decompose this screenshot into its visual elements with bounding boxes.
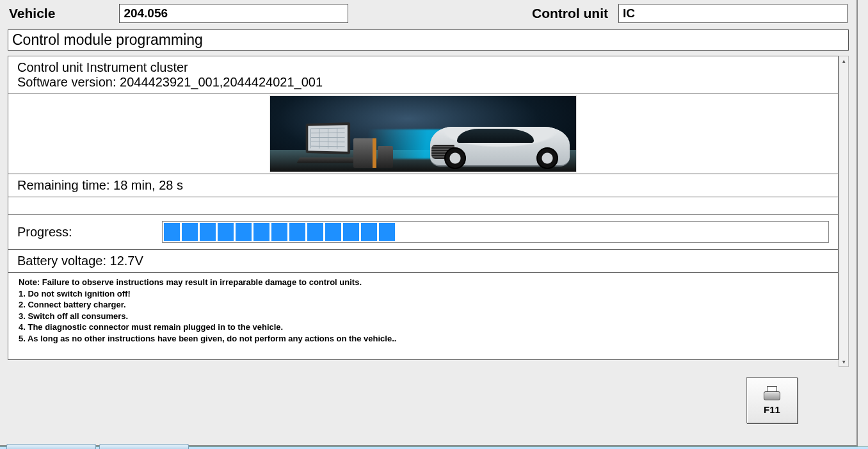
note-item: 5. As long as no other instructions have… (19, 333, 828, 345)
interface-box2-icon (378, 146, 393, 168)
progress-segment (271, 223, 287, 241)
content-area: Control unit Instrument cluster Software… (8, 56, 849, 367)
note-intro: Failure to observe instructions may resu… (40, 277, 362, 287)
control-unit-input[interactable] (618, 4, 848, 23)
empty-section (8, 197, 839, 215)
interface-box-icon (353, 138, 374, 168)
function-key-area: F11 (746, 377, 798, 429)
control-unit-label: Control unit (532, 6, 608, 21)
progress-segment (361, 223, 377, 241)
note-item: 1. Do not switch ignition off! (19, 288, 828, 300)
vehicle-label: Vehicle (9, 6, 55, 21)
taskbar-tab-2[interactable] (99, 444, 189, 449)
f11-label: F11 (764, 404, 780, 415)
progress-segment (218, 223, 234, 241)
progress-segment (164, 223, 180, 241)
note-item: 4. The diagnostic connector must remain … (19, 322, 828, 333)
notes-list: 1. Do not switch ignition off!2. Connect… (19, 288, 828, 345)
header-row: Vehicle Control unit (0, 0, 856, 27)
progress-segment (236, 223, 252, 241)
battery-voltage: Battery voltage: 12.7V (8, 249, 839, 273)
notes-section: Note: Failure to observe instructions ma… (8, 272, 839, 360)
scroll-down-icon[interactable]: ▾ (839, 357, 848, 366)
scroll-up-icon[interactable]: ▴ (839, 56, 848, 65)
car-icon (430, 127, 570, 167)
notes-intro-line: Note: Failure to observe instructions ma… (19, 277, 828, 288)
app-panel: Vehicle Control unit Control module prog… (0, 0, 858, 446)
progress-segment (253, 223, 269, 241)
note-item: 3. Switch off all consumers. (19, 311, 828, 322)
page-title: Control module programming (8, 29, 849, 51)
note-item: 2. Connect battery charger. (19, 299, 828, 311)
progress-bar (162, 221, 829, 243)
progress-segment (182, 223, 198, 241)
note-title: Note: (19, 277, 40, 287)
content-inner: Control unit Instrument cluster Software… (8, 56, 839, 367)
scrollbar[interactable]: ▴ ▾ (839, 56, 849, 367)
progress-segment (200, 223, 216, 241)
laptop-icon (298, 123, 356, 165)
image-section (8, 94, 839, 174)
printer-icon (762, 386, 782, 402)
info-line-2: Software version: 2044423921_001,2044424… (17, 75, 829, 90)
progress-segment (379, 223, 395, 241)
progress-label: Progress: (17, 225, 72, 240)
diagnostic-image (269, 95, 577, 172)
print-button[interactable]: F11 (746, 377, 798, 423)
progress-segment (289, 223, 305, 241)
progress-segment (343, 223, 359, 241)
vehicle-input[interactable] (119, 4, 348, 23)
progress-segment (325, 223, 341, 241)
info-line-1: Control unit Instrument cluster (17, 60, 829, 75)
progress-section: Progress: (8, 214, 839, 250)
info-section: Control unit Instrument cluster Software… (8, 56, 839, 94)
taskbar-tab-1[interactable] (6, 444, 96, 449)
remaining-time: Remaining time: 18 min, 28 s (8, 174, 839, 197)
progress-segment (307, 223, 323, 241)
